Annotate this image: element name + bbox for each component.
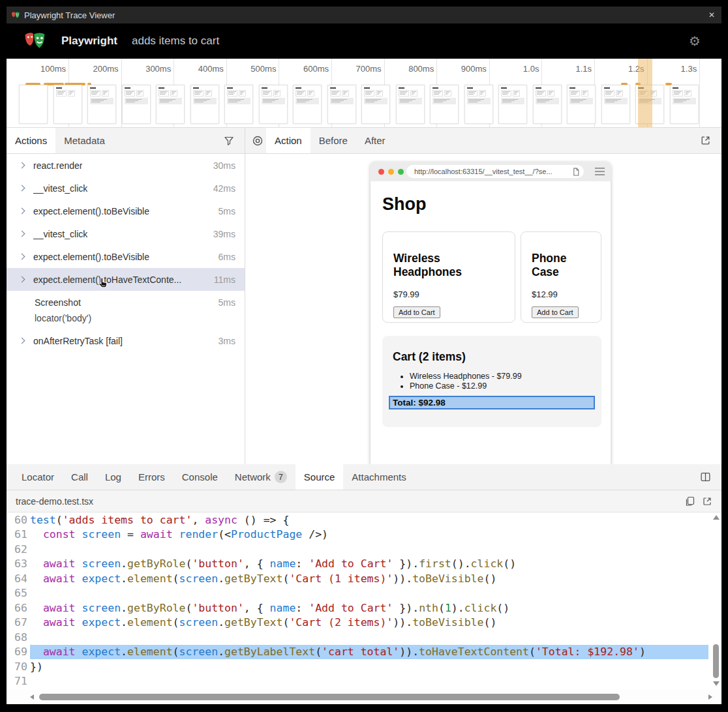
timeline-filmstrip-thumbnail[interactable] — [464, 85, 493, 124]
add-to-cart-button[interactable]: Add to Cart — [393, 306, 440, 318]
tab-metadata[interactable]: Metadata — [55, 128, 114, 153]
timeline-filmstrip-thumbnail[interactable] — [430, 85, 459, 124]
timeline-filmstrip-thumbnail[interactable] — [53, 85, 82, 124]
scroll-up-arrow-icon[interactable] — [713, 515, 720, 520]
thumb-mini-heading — [90, 87, 96, 89]
timeline-filmstrip-thumbnail[interactable] — [498, 85, 527, 124]
thumb-mini-line — [400, 93, 406, 93]
code-token: first — [419, 557, 451, 570]
thumb-mini-line — [297, 91, 305, 92]
thumb-mini-line — [365, 102, 374, 102]
thumb-mini-line — [514, 94, 516, 95]
tab-after[interactable]: After — [356, 128, 394, 153]
horizontal-scrollbar[interactable] — [7, 690, 721, 704]
thumb-mini-line — [263, 93, 269, 93]
chevron-right-icon[interactable] — [19, 276, 25, 283]
timeline-filmstrip-thumbnail[interactable] — [224, 85, 253, 124]
chevron-right-icon[interactable] — [19, 208, 25, 215]
chevron-right-icon[interactable] — [19, 185, 25, 192]
source-line: 68 — [7, 630, 708, 645]
timeline-filmstrip-thumbnail[interactable] — [361, 85, 390, 124]
thumb-mini-line — [537, 99, 553, 100]
filter-icon[interactable] — [224, 136, 234, 146]
timeline[interactable]: 100ms200ms300ms400ms500ms600ms700ms800ms… — [7, 59, 721, 128]
scroll-down-arrow-icon[interactable] — [713, 681, 720, 686]
thumb-mini-card — [68, 90, 75, 96]
timeline-filmstrip-thumbnail[interactable] — [190, 85, 219, 124]
thumb-mini-line — [194, 91, 202, 92]
timeline-filmstrip-thumbnail[interactable] — [601, 85, 630, 124]
chevron-right-icon[interactable] — [19, 254, 25, 260]
line-code — [30, 586, 708, 601]
thumb-mini-products — [330, 90, 354, 96]
thumb-mini-line — [263, 99, 279, 100]
vertical-scrollbar[interactable] — [712, 514, 720, 687]
timeline-filmstrip-thumbnail[interactable] — [567, 85, 596, 124]
close-icon[interactable]: ✕ — [708, 10, 715, 20]
tab-network[interactable]: Network7 — [226, 464, 296, 490]
traffic-light-yellow-icon — [388, 169, 394, 175]
code-token: getByRole — [127, 557, 185, 570]
thumb-mini-line — [126, 100, 138, 101]
code-token: await — [43, 645, 76, 658]
browser-menu-icon[interactable] — [595, 168, 605, 177]
timeline-filmstrip-thumbnail[interactable] — [122, 85, 151, 124]
tab-source[interactable]: Source — [296, 464, 344, 490]
thumb-mini-line — [275, 94, 277, 95]
split-view-icon[interactable] — [700, 471, 711, 482]
code-token: screen — [179, 572, 219, 585]
code-token: screen — [82, 602, 121, 614]
vertical-scroll-thumb[interactable] — [713, 644, 719, 678]
snapshot-page: Shop Wireless Headphones $79.99 Add to C… — [370, 181, 611, 464]
thumb-mini-line — [605, 102, 614, 102]
timeline-filmstrip-thumbnail[interactable] — [533, 85, 562, 124]
line-number: 64 — [7, 572, 30, 585]
tab-console[interactable]: Console — [174, 464, 226, 490]
tab-action[interactable]: Action — [266, 128, 311, 153]
add-to-cart-button[interactable]: Add to Cart — [532, 306, 579, 318]
code-token: getByText — [224, 616, 282, 629]
chevron-right-icon[interactable] — [19, 231, 25, 237]
tab-log[interactable]: Log — [97, 464, 130, 490]
code-token: test — [30, 514, 56, 526]
scroll-right-arrow-icon[interactable] — [708, 694, 712, 700]
tab-errors[interactable]: Errors — [130, 464, 174, 490]
address-bar[interactable]: http://localhost:63315/__vitest_test__/?… — [406, 165, 584, 178]
timeline-filmstrip-thumbnail[interactable] — [87, 85, 116, 124]
scroll-left-arrow-icon[interactable] — [30, 694, 34, 700]
open-external-icon[interactable] — [700, 135, 711, 146]
copy-source-icon[interactable] — [685, 496, 695, 507]
open-source-external-icon[interactable] — [702, 496, 712, 507]
chevron-right-icon[interactable] — [19, 338, 25, 344]
timeline-filmstrip-thumbnail[interactable] — [327, 85, 356, 124]
action-list-item[interactable]: expect.element().toHaveTextConte...11ms — [7, 268, 245, 291]
tab-call[interactable]: Call — [63, 464, 97, 490]
action-list-item[interactable]: Screenshot5ms — [7, 291, 245, 314]
action-list-item[interactable]: expect.element().toBeVisible6ms — [7, 245, 245, 268]
chevron-right-icon[interactable] — [19, 162, 25, 169]
timeline-filmstrip-thumbnail[interactable] — [670, 85, 699, 124]
action-list-item[interactable]: react.render30ms — [7, 154, 245, 177]
target-icon[interactable] — [252, 135, 264, 147]
horizontal-scroll-thumb[interactable] — [39, 694, 620, 700]
action-list-item[interactable]: onAfterRetryTask [fail]3ms — [7, 329, 245, 352]
action-list-item[interactable]: expect.element().toBeVisible5ms — [7, 200, 245, 222]
action-list-item[interactable]: __vitest_click42ms — [7, 177, 245, 200]
gear-icon[interactable]: ⚙ — [689, 33, 701, 49]
timeline-filmstrip-thumbnail[interactable] — [156, 85, 185, 124]
tab-locator[interactable]: Locator — [13, 464, 63, 490]
thumb-mini-line — [138, 91, 142, 92]
timeline-filmstrip-thumbnail[interactable] — [19, 85, 48, 124]
tab-before[interactable]: Before — [311, 128, 356, 153]
code-token: />) — [302, 528, 328, 541]
action-list-item[interactable]: __vitest_click39ms — [7, 222, 245, 245]
tab-attachments[interactable]: Attachments — [343, 464, 414, 490]
timeline-filmstrip-thumbnail[interactable] — [259, 85, 288, 124]
timeline-tick-label: 1.3s — [647, 64, 697, 74]
thumb-mini-line — [686, 94, 688, 95]
copy-url-icon[interactable] — [572, 168, 579, 176]
timeline-filmstrip-thumbnail[interactable] — [293, 85, 322, 124]
app-name: Playwright — [61, 35, 117, 48]
timeline-filmstrip-thumbnail[interactable] — [396, 85, 425, 124]
tab-actions[interactable]: Actions — [7, 128, 55, 153]
